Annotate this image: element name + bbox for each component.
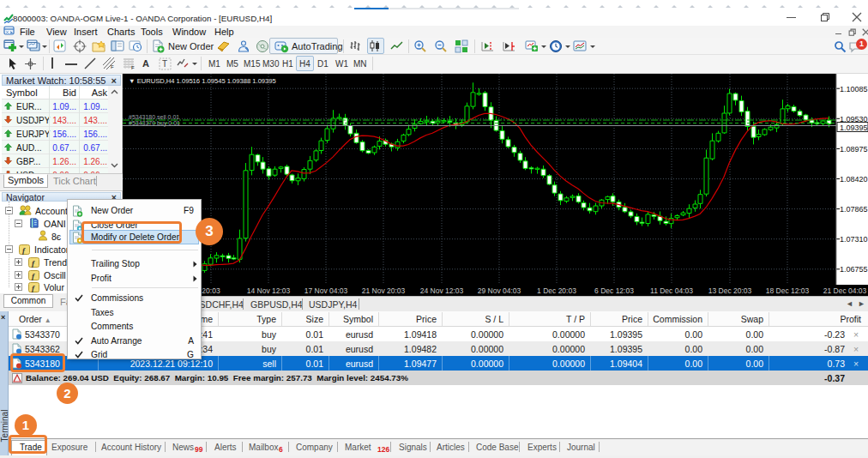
svg-text:17 Nov 04:03: 17 Nov 04:03 (304, 286, 348, 295)
svg-text:13 Dec 20:03: 13 Dec 20:03 (708, 286, 752, 295)
svg-text:T: T (162, 59, 167, 69)
svg-text:1 Dec 20:03: 1 Dec 20:03 (537, 286, 576, 295)
svg-text:18 Dec 12:03: 18 Dec 12:03 (766, 286, 810, 295)
svg-text:29 Nov 04:03: 29 Nov 04:03 (478, 286, 521, 295)
svg-text:11 Dec 04:03: 11 Dec 04:03 (650, 286, 693, 295)
svg-text:#5343370 buy 0.01: #5343370 buy 0.01 (129, 120, 180, 127)
svg-text:1.07310: 1.07310 (840, 235, 868, 244)
svg-text:#5343180 sell 0.01: #5343180 sell 0.01 (129, 114, 179, 120)
svg-text:14 Nov 12:03: 14 Nov 12:03 (247, 286, 291, 295)
svg-text:21 Dec 04:03: 21 Dec 04:03 (823, 286, 867, 295)
svg-text:20:03: 20:03 (202, 286, 220, 295)
svg-text:24 Nov 12:03: 24 Nov 12:03 (420, 286, 464, 295)
svg-text:1.06755: 1.06755 (840, 265, 868, 274)
svg-text:1.08975: 1.08975 (840, 145, 868, 154)
svg-text:▼ EURUSD,H4 1.09516 1.09545 1: ▼ EURUSD,H4 1.09516 1.09545 1.09388 1.09… (129, 77, 276, 85)
svg-text:F: F (111, 64, 114, 69)
svg-text:1.09395: 1.09395 (840, 124, 868, 132)
svg-text:1.08420: 1.08420 (840, 175, 868, 184)
svg-text:21 Nov 20:03: 21 Nov 20:03 (362, 286, 406, 295)
svg-text:6 Dec 12:03: 6 Dec 12:03 (594, 286, 634, 295)
svg-text:F: F (131, 65, 135, 70)
svg-text:1.07865: 1.07865 (840, 205, 868, 214)
svg-text:1.10085: 1.10085 (840, 85, 868, 93)
